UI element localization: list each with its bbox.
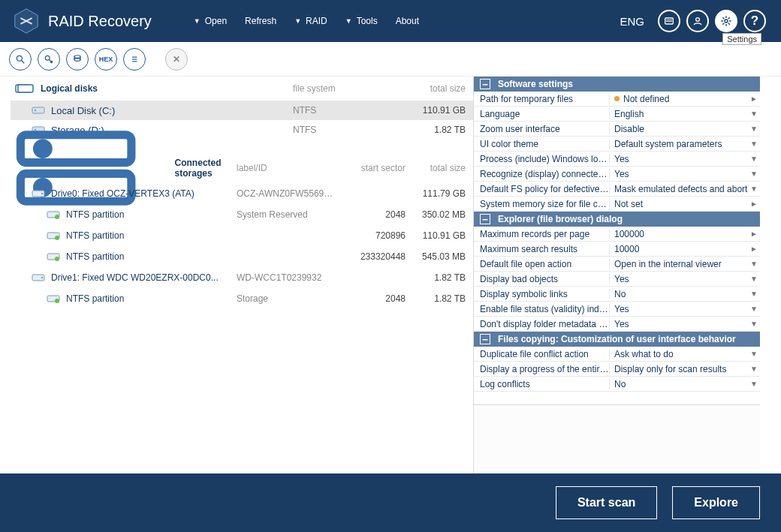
logical-disks-header: Logical disks file system total size — [11, 77, 473, 101]
settings-row[interactable]: Log conflictsNo▼ — [474, 377, 760, 392]
column-total: total size — [406, 163, 473, 173]
svg-point-16 — [45, 56, 50, 60]
svg-rect-1 — [665, 18, 674, 24]
arrow-right-icon: ► — [748, 200, 760, 208]
svg-point-32 — [38, 143, 49, 155]
arrow-right-icon: ► — [748, 95, 760, 103]
language-button[interactable]: ENG — [620, 15, 644, 28]
svg-point-27 — [35, 110, 36, 111]
svg-point-39 — [55, 236, 59, 240]
preview-pane — [474, 404, 760, 473]
settings-tooltip: Settings — [722, 33, 761, 45]
column-fs: file system — [293, 83, 406, 94]
svg-point-41 — [55, 257, 59, 261]
svg-point-4 — [696, 18, 700, 22]
settings-icon[interactable] — [715, 10, 737, 32]
close-tool-icon[interactable]: ✕ — [165, 48, 188, 71]
svg-point-20 — [74, 58, 80, 61]
settings-row[interactable]: Zoom user interfaceDisable▼ — [474, 122, 760, 137]
settings-row[interactable]: Default FS policy for defective blo...Ma… — [474, 182, 760, 197]
settings-row[interactable]: Maximum search results10000► — [474, 242, 760, 257]
hex-tool-icon[interactable]: HEX — [95, 48, 117, 71]
drive-row[interactable]: Drive1: Fixed WDC WD20EZRX-00DC0...WD-WC… — [11, 267, 473, 288]
svg-point-43 — [41, 277, 43, 278]
column-label: label/ID — [237, 163, 334, 173]
chevron-down-icon: ▼ — [748, 305, 760, 313]
settings-row[interactable]: Enable file status (validity) indicati..… — [474, 302, 760, 317]
chevron-down-icon: ▼ — [748, 365, 760, 373]
chevron-down-icon: ▼ — [748, 185, 760, 193]
chevron-down-icon: ▼ — [748, 170, 760, 178]
chevron-down-icon: ▼ — [748, 155, 760, 163]
svg-line-10 — [722, 17, 724, 19]
chevron-down-icon: ▼ — [748, 290, 760, 298]
chevron-down-icon: ▼ — [748, 320, 760, 328]
settings-row[interactable]: UI color themeDefault system parameters▼ — [474, 137, 760, 152]
contact-icon[interactable] — [658, 10, 680, 32]
menu-refresh[interactable]: ▼Refresh — [236, 16, 285, 26]
settings-row[interactable]: Don't display folder metadata sizeYes▼ — [474, 317, 760, 332]
user-icon[interactable] — [686, 10, 709, 32]
menu-open[interactable]: ▼Open — [185, 16, 236, 26]
settings-row[interactable]: Maximum records per page100000► — [474, 227, 760, 242]
partition-row[interactable]: NTFS partitionStorage20481.82 TB — [11, 288, 473, 309]
start-scan-button[interactable]: Start scan — [556, 486, 657, 519]
menu-tools[interactable]: ▼Tools — [336, 16, 387, 26]
explore-button[interactable]: Explore — [672, 486, 760, 519]
svg-point-37 — [55, 215, 59, 219]
svg-line-12 — [722, 23, 724, 25]
settings-row[interactable]: Display symbolic linksNo▼ — [474, 287, 760, 302]
svg-point-5 — [725, 20, 728, 23]
settings-row[interactable]: Recognize (display) connected me...Yes▼ — [474, 167, 760, 182]
svg-point-19 — [74, 55, 80, 58]
toolbar: HEX ✕ — [0, 42, 781, 77]
column-start: start sector — [334, 163, 406, 173]
svg-rect-25 — [18, 85, 33, 92]
raid-tool-icon[interactable] — [66, 48, 89, 71]
chevron-down-icon: ▼ — [748, 140, 760, 148]
arrow-right-icon: ► — [748, 245, 760, 253]
list-tool-icon[interactable] — [123, 48, 146, 71]
svg-point-18 — [50, 60, 53, 63]
search-tool-icon[interactable] — [9, 48, 32, 71]
logical-disk-row[interactable]: Local Disk (C:)NTFS110.91 GB — [11, 101, 473, 120]
settings-row[interactable]: Default file open actionOpen in the inte… — [474, 257, 760, 272]
partition-row[interactable]: NTFS partition233320448545.03 MB — [11, 246, 473, 267]
arrow-right-icon: ► — [748, 230, 760, 238]
settings-row[interactable]: LanguageEnglish▼ — [474, 107, 760, 122]
svg-point-45 — [55, 299, 59, 303]
logical-disks-heading-text: Logical disks — [41, 83, 293, 94]
svg-line-11 — [728, 23, 730, 25]
help-icon[interactable]: ? — [743, 10, 766, 32]
chevron-down-icon: ▼ — [748, 260, 760, 268]
svg-line-13 — [728, 17, 730, 19]
settings-section-header[interactable]: −Software settings — [474, 77, 760, 92]
svg-line-15 — [22, 60, 25, 63]
main-menu: ▼Open▼Refresh▼RAID▼Tools▼About — [185, 16, 428, 26]
chevron-down-icon: ▼ — [748, 125, 760, 133]
chevron-down-icon: ▼ — [748, 350, 760, 358]
settings-section-header[interactable]: −Files copying: Customization of user in… — [474, 332, 760, 347]
svg-rect-26 — [32, 107, 44, 113]
app-logo-icon — [12, 7, 41, 35]
settings-section-header[interactable]: −Explorer (file browser) dialog — [474, 212, 760, 227]
footer: Start scan Explore — [0, 473, 781, 532]
collapse-icon[interactable]: − — [480, 334, 490, 344]
chevron-down-icon: ▼ — [748, 275, 760, 283]
settings-row[interactable]: Path for temporary filesNot defined► — [474, 92, 760, 107]
menu-raid[interactable]: ▼RAID — [285, 16, 336, 26]
chevron-down-icon: ▼ — [748, 380, 760, 388]
collapse-icon[interactable]: − — [480, 214, 490, 224]
settings-row[interactable]: System memory size for file cache...Not … — [474, 197, 760, 212]
settings-row[interactable]: Display a progress of the entire c...Dis… — [474, 362, 760, 377]
menu-about[interactable]: ▼About — [387, 16, 428, 26]
settings-row[interactable]: Duplicate file conflict actionAsk what t… — [474, 347, 760, 362]
settings-row[interactable]: Display bad objectsYes▼ — [474, 272, 760, 287]
collapse-icon[interactable]: − — [480, 79, 490, 89]
app-title: RAID Recovery — [48, 13, 152, 30]
search-settings-tool-icon[interactable] — [38, 48, 60, 71]
settings-row[interactable]: Process (include) Windows logical ...Yes… — [474, 152, 760, 167]
partition-row[interactable]: NTFS partition720896110.91 GB — [11, 225, 473, 246]
svg-point-35 — [41, 193, 43, 194]
app-header: RAID Recovery ▼Open▼Refresh▼RAID▼Tools▼A… — [0, 0, 781, 42]
